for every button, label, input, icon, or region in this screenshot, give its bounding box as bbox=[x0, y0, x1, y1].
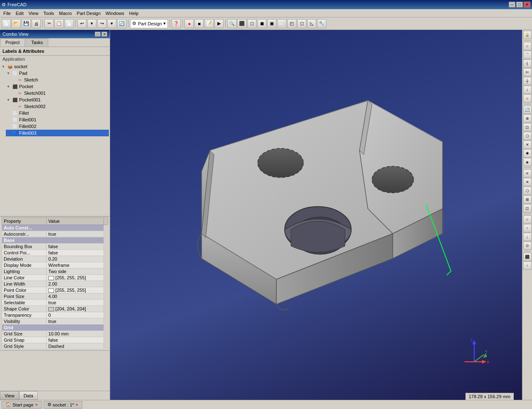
prop-row-selectable[interactable]: Selectable true bbox=[2, 300, 108, 306]
combo-close-button[interactable]: ✕ bbox=[101, 32, 107, 37]
rt-circle[interactable]: ○ bbox=[523, 42, 532, 50]
undo-dropdown[interactable]: ▾ bbox=[87, 19, 96, 28]
prop-row-shapecolor[interactable]: Shape Color [204, 204, 204] bbox=[2, 306, 108, 312]
rt-grid[interactable]: ⊞ bbox=[523, 195, 532, 204]
view-front-button[interactable]: ◻ bbox=[247, 19, 256, 28]
rt-x2[interactable]: ✕ bbox=[523, 178, 532, 186]
rt-constraint1[interactable]: ┤ bbox=[523, 59, 532, 68]
start-page-tab[interactable]: 🏠 Start page ✕ bbox=[2, 401, 42, 409]
open-button[interactable]: 📂 bbox=[12, 19, 21, 28]
minimize-button[interactable]: ─ bbox=[509, 2, 515, 7]
rt-star[interactable]: ✱ bbox=[523, 149, 532, 158]
tab-tasks[interactable]: Tasks bbox=[26, 38, 48, 47]
print-button[interactable]: 🖨 bbox=[32, 19, 41, 28]
cut-button[interactable]: ✂ bbox=[44, 19, 54, 28]
prop-row-controlpoi[interactable]: Control Poi... false bbox=[2, 250, 108, 256]
view-top-button[interactable]: ◼ bbox=[257, 19, 266, 28]
menu-help[interactable]: Help bbox=[127, 10, 141, 17]
tab-project[interactable]: Project bbox=[0, 38, 25, 47]
menu-view[interactable]: View bbox=[26, 10, 41, 17]
tree-item-pad[interactable]: ▼ ⬜ Pad bbox=[6, 70, 109, 76]
save-button[interactable]: 💾 bbox=[22, 19, 31, 28]
undo-button[interactable]: ↩ bbox=[77, 19, 86, 28]
view-left-button[interactable]: ⬜ bbox=[277, 19, 286, 28]
prop-row-lighting[interactable]: Lighting Two side bbox=[2, 269, 108, 275]
paste-button[interactable]: 📄 bbox=[64, 19, 74, 28]
redo-button[interactable]: ↪ bbox=[97, 19, 106, 28]
tree-item-pocket001[interactable]: ▼ ⬛ Pocket001 bbox=[6, 96, 109, 103]
zoom-button[interactable]: 🔍 bbox=[227, 19, 236, 28]
prop-row-linewidth[interactable]: Line Width 2.00 bbox=[2, 281, 108, 287]
rt-circle2[interactable]: ○ bbox=[523, 94, 532, 103]
rt-constraint2[interactable]: ⊢ bbox=[523, 68, 532, 76]
rt-rotate[interactable]: 🔄 bbox=[523, 106, 532, 114]
rt-x[interactable]: ✕ bbox=[523, 140, 532, 149]
tree-item-socket[interactable]: ▼ 📦 socket bbox=[1, 63, 109, 70]
tree-item-sketch[interactable]: ▼ ✏ Sketch bbox=[11, 76, 109, 83]
prop-row-autoconstruct[interactable]: Autoconstr... true bbox=[2, 231, 108, 237]
help-button[interactable]: ❓ bbox=[172, 19, 181, 28]
view-extra-button[interactable]: 🔧 bbox=[317, 19, 326, 28]
menu-edit[interactable]: Edit bbox=[13, 10, 26, 17]
rt-hex2[interactable]: ⬡ bbox=[523, 187, 532, 195]
menu-windows[interactable]: Windows bbox=[103, 10, 127, 17]
rt-rect2[interactable]: ◫ bbox=[523, 204, 532, 212]
new-button[interactable]: 📄 bbox=[2, 19, 11, 28]
data-button[interactable]: Data bbox=[19, 391, 38, 400]
rt-lock[interactable]: 🔒 bbox=[523, 31, 532, 39]
prop-row-boundingbox[interactable]: Bounding Box false bbox=[2, 244, 108, 250]
socket-tab[interactable]: ⚙ socket : 1* ✕ bbox=[44, 401, 82, 409]
tree-item-sketch001[interactable]: ▼ ✏ Sketch001 bbox=[11, 90, 109, 96]
rt-circle3[interactable]: ○ bbox=[523, 215, 532, 224]
view-right-button[interactable]: ▣ bbox=[267, 19, 276, 28]
rt-lines[interactable]: ≡ bbox=[523, 169, 532, 177]
rt-updown[interactable]: ↕ bbox=[523, 86, 532, 94]
viewport[interactable]: Z X Y 178.28 x 156.29 mm bbox=[110, 30, 522, 400]
view-iso-button[interactable]: ◺ bbox=[307, 19, 316, 28]
tree-item-fillet003[interactable]: ▼ 🔵 Fillet003 bbox=[6, 130, 109, 136]
refresh-button[interactable]: 🔄 bbox=[117, 19, 126, 28]
menu-macro[interactable]: Macro bbox=[57, 10, 74, 17]
tree-item-fillet002[interactable]: ▼ ⬜ Fillet002 bbox=[6, 123, 109, 130]
maximize-button[interactable]: □ bbox=[516, 2, 523, 7]
redo-dropdown[interactable]: ▾ bbox=[107, 19, 116, 28]
rt-constraint3[interactable]: ┼ bbox=[523, 77, 532, 85]
macro-edit-button[interactable]: 📝 bbox=[204, 19, 214, 28]
rt-diamond[interactable]: ◈ bbox=[523, 158, 532, 166]
start-page-close[interactable]: ✕ bbox=[35, 403, 38, 407]
tree-item-fillet001[interactable]: ▼ ⬜ Fillet001 bbox=[6, 116, 109, 123]
prop-row-transparency[interactable]: Transparency 0 bbox=[2, 312, 108, 318]
view-bottom-button[interactable]: ◻ bbox=[297, 19, 306, 28]
tree-item-sketch002[interactable]: ▼ ✏ Sketch002 bbox=[11, 103, 109, 110]
rt-up2[interactable]: ↑ bbox=[523, 261, 532, 270]
rt-hex[interactable]: ⬡ bbox=[523, 132, 532, 140]
rt-cross[interactable]: ⊕ bbox=[523, 114, 532, 123]
workbench-dropdown[interactable]: ⚙ Part Design ▾ bbox=[130, 19, 168, 28]
rt-rect[interactable]: ◫ bbox=[523, 123, 532, 131]
menu-file[interactable]: File bbox=[1, 10, 13, 17]
prop-row-linecolor[interactable]: Line Color [255, 255, 255] bbox=[2, 275, 108, 281]
prop-row-pointcolor[interactable]: Point Color [255, 255, 255] bbox=[2, 287, 108, 293]
prop-row-deviation[interactable]: Deviation 0.20 bbox=[2, 256, 108, 262]
tree-item-pocket[interactable]: ▼ ⬛ Pocket bbox=[6, 83, 109, 90]
view-button[interactable]: View bbox=[0, 391, 19, 400]
menu-tools[interactable]: Tools bbox=[41, 10, 57, 17]
rt-down[interactable]: ↓ bbox=[523, 233, 532, 241]
close-button[interactable]: ✕ bbox=[524, 2, 530, 7]
view-home-button[interactable]: ⬛ bbox=[237, 19, 246, 28]
combo-float-button[interactable]: □ bbox=[95, 32, 101, 37]
socket-tab-close[interactable]: ✕ bbox=[75, 403, 79, 407]
macro-stop-button[interactable]: ■ bbox=[195, 19, 204, 28]
menu-partdesign[interactable]: Part Design bbox=[74, 10, 103, 17]
rt-square[interactable]: ⬛ bbox=[523, 253, 532, 261]
prop-row-gridsnap[interactable]: Grid Snap false bbox=[2, 337, 108, 343]
prop-row-pointsize[interactable]: Point Size 4.00 bbox=[2, 293, 108, 300]
prop-row-gridstyle[interactable]: Grid Style Dashed bbox=[2, 343, 108, 350]
prop-row-visibility[interactable]: Visibility true bbox=[2, 318, 108, 325]
copy-button[interactable]: 📋 bbox=[54, 19, 64, 28]
view-back-button[interactable]: ◰ bbox=[287, 19, 296, 28]
rt-arc[interactable]: ⌒ bbox=[523, 51, 532, 59]
macro-run-button[interactable]: ▶ bbox=[214, 19, 224, 28]
tree-item-fillet[interactable]: ▼ ⬜ Fillet bbox=[6, 110, 109, 116]
macro-record-button[interactable]: ● bbox=[185, 19, 194, 28]
